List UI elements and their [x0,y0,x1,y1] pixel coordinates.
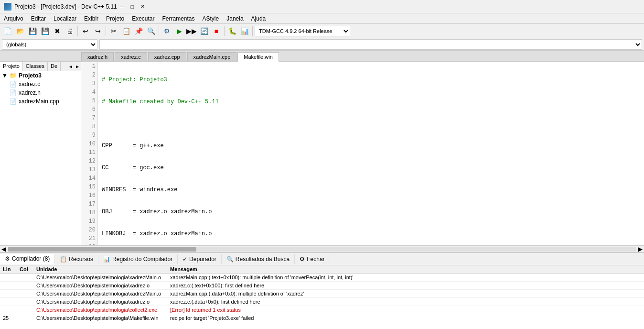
row5-col [17,306,33,314]
tab-xadrez-cpp[interactable]: xadrez.cpp [148,52,186,61]
tab-xadrez-h[interactable]: xadrez.h [81,52,114,61]
btab-depurador[interactable]: ✓ Depurador [178,254,222,264]
app-icon [4,3,11,11]
btab-registro[interactable]: 📊 Registro do Compilador [98,254,178,264]
project-panel-tabs: Projeto Classes De ◂ ▸ [0,62,81,71]
ln-16: 16 [83,191,96,200]
copy-button[interactable]: 📋 [120,25,132,37]
menu-projeto[interactable]: Projeto [102,14,128,23]
new-button[interactable]: 📄 [2,25,13,37]
ptab-projeto[interactable]: Projeto [0,62,23,71]
separator-3 [159,26,159,36]
tree-root-projeto3[interactable]: ▼ 📁 Projeto3 [0,71,81,80]
menu-janela[interactable]: Janela [223,14,247,23]
separator-2 [106,26,106,36]
ln-12: 12 [83,157,96,165]
close-button[interactable]: ✕ [138,2,148,11]
menu-astyle[interactable]: AStyle [199,14,223,23]
menu-executar[interactable]: Executar [128,14,158,23]
debug-button[interactable]: 🐛 [226,25,238,37]
menu-bar: Arquivo Editar Localizar Exibir Projeto … [0,13,644,24]
btab-depurador-label: Depurador [189,256,216,263]
open-button[interactable]: 📂 [14,25,26,37]
file-label-2: xadrez.h [19,89,41,96]
tab-makefile-win[interactable]: Makefile.win [237,52,279,62]
ln-6: 6 [83,105,96,114]
row4-msg: xadrez.c:(.data+0x0): first defined here [167,298,644,306]
paste-button[interactable]: 📌 [133,25,144,37]
hscroll-track[interactable] [8,247,636,252]
hscroll-left[interactable]: ◀ [0,246,7,252]
nav-next[interactable]: ▸ [74,62,81,71]
minimize-button[interactable]: ─ [117,2,127,11]
btab-busca[interactable]: 🔍 Resultados da Busca [222,254,295,264]
compile-run-button[interactable]: ▶▶ [186,25,197,37]
ptab-classes[interactable]: Classes [23,62,48,71]
redo-button[interactable]: ↪ [92,25,104,37]
profile-button[interactable]: 📊 [239,25,250,37]
cut-button[interactable]: ✂ [108,25,119,37]
btab-busca-icon: 🔍 [226,256,234,263]
find-button[interactable]: 🔍 [145,25,157,37]
tab-xadrez-c[interactable]: xadrez.c [115,52,147,61]
nav-prev[interactable]: ◂ [67,62,74,71]
table-row[interactable]: C:\Users\maico\Desktop\epistelmologia\xa… [0,298,644,306]
tree-item-xadrez-c[interactable]: 📄 xadrez.c [0,80,81,88]
project-panel: Projeto Classes De ◂ ▸ ▼ 📁 Projeto3 📄 xa… [0,62,81,245]
ln-2: 2 [83,71,96,79]
btab-recursos-icon: 📋 [60,256,67,263]
btab-compilador[interactable]: ⚙ Compilador (8) [0,254,55,264]
code-content[interactable]: # Project: Projeto3 # Makefile created b… [98,62,644,245]
main-area: Projeto Classes De ◂ ▸ ▼ 📁 Projeto3 📄 xa… [0,62,644,245]
btab-compilador-icon: ⚙ [5,255,10,262]
tab-xadrezmain-cpp[interactable]: xadrezMain.cpp [187,52,237,61]
bottom-content: Lin Col Unidade Mensagem C:\Users\maico\… [0,265,644,329]
horizontal-scrollbar[interactable]: ◀ ▶ [0,245,644,252]
btab-busca-label: Resultados da Busca [236,256,290,263]
ptab-de[interactable]: De [48,62,61,71]
table-row[interactable]: 25 C:\Users\maico\Desktop\epistelmologia… [0,314,644,322]
ln-8: 8 [83,122,96,131]
print-button[interactable]: 🖨 [64,25,75,37]
row2-lin [0,282,17,290]
ln-13: 13 [83,165,96,174]
ln-19: 19 [83,217,96,226]
hscroll-thumb[interactable] [8,247,196,252]
function-select[interactable] [99,39,642,50]
table-row[interactable]: C:\Users\maico\Desktop\epistelmologia\xa… [0,274,644,282]
table-row-error[interactable]: C:\Users\maico\Desktop\epistelmologia\co… [0,306,644,314]
rebuild-button[interactable]: 🔄 [198,25,210,37]
compiler-select[interactable]: TDM-GCC 4.9.2 64-bit Release [255,26,350,36]
btab-compilador-label: Compilador (8) [12,255,50,262]
menu-ferramentas[interactable]: Ferramentas [158,14,198,23]
btab-fechar[interactable]: ⚙ Fechar [295,254,330,264]
project-name: Projeto3 [19,72,42,79]
save-all-button[interactable]: 💾 [39,25,51,37]
hscroll-right[interactable]: ▶ [637,246,644,252]
class-select[interactable]: (globals) [2,39,97,50]
compile-button[interactable]: ⚙ [161,25,172,37]
window-title: Projeto3 - [Projeto3.dev] - Dev-C++ 5.11 [14,3,117,10]
row3-unit: C:\Users\maico\Desktop\epistelmologia\xa… [33,290,167,298]
table-row[interactable]: C:\Users\maico\Desktop\epistelmologia\xa… [0,290,644,298]
menu-localizar[interactable]: Localizar [50,14,80,23]
undo-button[interactable]: ↩ [80,25,91,37]
row4-unit: C:\Users\maico\Desktop\epistelmologia\xa… [33,298,167,306]
save-button[interactable]: 💾 [27,25,38,37]
menu-editar[interactable]: Editar [27,14,50,23]
code-editor[interactable]: 1 2 3 4 5 6 7 8 9 10 11 12 13 14 15 16 1… [81,62,644,245]
run-button[interactable]: ▶ [173,25,185,37]
stop-button[interactable]: ■ [211,25,222,37]
tree-item-xadrezmain-cpp[interactable]: 📄 xadrezMain.cpp [0,97,81,106]
code-line-2: # Makefile created by Dev-C++ 5.11 [102,98,640,106]
col-header-col: Col [17,265,33,274]
col-header-lin: Lin [0,265,17,274]
btab-recursos[interactable]: 📋 Recursos [55,254,98,264]
menu-arquivo[interactable]: Arquivo [0,14,27,23]
menu-exibir[interactable]: Exibir [80,14,102,23]
table-row[interactable]: C:\Users\maico\Desktop\epistelmologia\xa… [0,282,644,290]
tree-item-xadrez-h[interactable]: 📄 xadrez.h [0,88,81,97]
close-file-button[interactable]: ✖ [52,25,63,37]
menu-ajuda[interactable]: Ajuda [247,14,270,23]
maximize-button[interactable]: □ [128,2,137,11]
